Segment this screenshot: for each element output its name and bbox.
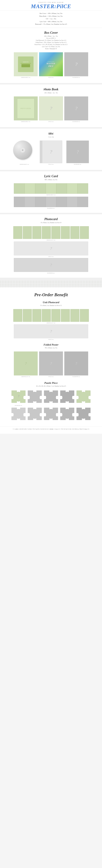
poster-label-3: RANDOM ver. [64,376,88,377]
puzzle-svg-10 [76,407,91,421]
disc-circle [13,141,32,160]
poster-images-row: ? ORDINALLY ver. ? TITLE ver. ? RANDOM v… [0,351,102,377]
question-icon-2: ? [50,105,52,111]
info-row-4: Lyric Card • 600 x 100mm | 1ea | Yes [3,20,99,23]
pc-card-5 [51,226,60,239]
puzzle-svg-8 [43,407,59,421]
divider-4 [0,213,102,214]
pc-strip-label-1: ORDINALLY ver. [13,240,89,241]
svg-text:?: ? [18,395,19,398]
pb-label-2: TITLE ver. [39,121,63,122]
folded-poster-subsection: Folded Poster 790 x 545mm | 1ea | Yes ? … [0,343,102,381]
disc-subtitle: 1 ver. | 1ea [0,136,102,138]
poster-gray-1: ? TITLE ver. [39,351,63,377]
disc-section: 𝔻isc 1 ver. | 1ea ORDINARILY ver. ? TITL… [0,129,102,170]
poster-label-1: ORDINALLY ver. [14,376,38,377]
question-icon-3: ? [75,105,78,111]
lyric-accordion-green-container: ORDINARILY ver. [0,183,102,196]
puzzle-svg-9 [59,407,75,421]
unit-pc-subtitle: 55 x 85mm | 1ea | Random 1ea Out of 12 [0,305,102,307]
puzzle-piece-8 [43,407,59,422]
disc-label-2: TITLE ver. [40,164,62,165]
album-title: MASTER:PilCE [0,3,102,9]
photocard-strip-green-container: ORDINALLY ver. [0,226,102,241]
info-row-1: Box Cover • 430 x 303mm | 1ea | Yes [3,12,99,14]
puzzle-svg-1: ? [11,390,26,404]
disc-title: 𝔻isc [0,132,102,135]
divider-3 [0,170,102,171]
photobook-question: ? TITLE ver. [39,96,63,122]
photobook-title: ℙhoto Book [0,88,102,91]
lyric-card-title: Lyric Card [0,175,102,178]
puzzle-svg-2 [27,390,43,404]
disc-label-3: RANDOM ver. [66,164,89,165]
upc-label-1: ORDINALLY ver. [13,322,89,324]
photocard-section: Photocard 55 x 85mm | 1ea | Random 1ea O… [0,214,102,278]
lyric-card-section: Lyric Card 600 x 100mm | 1ea | Yes ORDIN… [0,171,102,213]
puzzle-piece-6 [11,407,26,422]
pc-card-1 [13,226,22,239]
disc-gray: ? RANDOM ver. [66,141,89,165]
pc-strip-label-2: TITLE ver. [14,256,88,257]
photocard-title: Photocard [0,217,102,221]
upc-card-2 [23,309,32,322]
box-cover-title: Box Cover [0,31,102,35]
cover-img-gray: ? [64,52,88,76]
photobook-green: PHOTO BOOK ORDINARILY ver. [14,96,38,122]
pc-question-icon-1: ? [50,246,52,251]
preorder-section: Pre-Order Benefit Unit Photocard 55 x 85… [0,287,102,426]
puzzle-subtitle: 28 x 232, 202, 40 x 202mm | 1 set | Rand… [0,385,102,387]
upc-card-8 [80,309,89,322]
lyric-label-1: ORDINARILY ver. [14,194,88,196]
poster-q-icon-3: ? [75,361,77,366]
question-mark-icon: ? [75,62,78,67]
lyric-accordion-gray: RANDOM ver. [14,197,88,209]
poster-q-icon-1: ? [25,361,27,366]
album-info: Box Cover • 430 x 303mm | 1ea | Yes Phot… [0,10,102,28]
upc-card-7 [70,309,80,322]
puzzle-svg-7 [27,407,43,421]
pixel-decoration [0,280,102,287]
box-cover-section: Box Cover 430 x 303mm|1ea|Yes Pre-ver (U… [0,28,102,83]
upc-label-2: TITLE ver. [14,339,88,340]
puzzle-piece-4 [59,390,75,406]
photocard-strip-green: ORDINALLY ver. [13,226,89,241]
crayon-box-art: CRAVITY [18,57,34,72]
puzzle-piece-9 [59,407,75,422]
unit-pc-title: Unit Photocard [0,301,102,304]
pc-card-8 [80,226,89,239]
puzzle-subsection: Puzzle Piece 28 x 232, 202, 40 x 202mm |… [0,381,102,425]
divider-1 [0,83,102,85]
header: CRAVITY 5TH MINI ALBUM MASTER:PilCE [0,0,102,10]
pc-question-icon-2: ? [50,263,52,267]
preorder-title: Pre-Order Benefit [0,292,102,298]
disc-label-1: ORDINARILY ver. [13,164,36,165]
puzzle-pieces-row: ? RANDOM ver. [0,390,102,406]
info-row-5: Photocardl • 55 x 85mm | 1ea | Random 1e… [3,23,99,25]
unit-pc-question: ? TITLE ver. [0,324,102,340]
lyric-card-subtitle: 600 x 100mm | 1ea | Yes [0,179,102,181]
unit-photocard-subsection: Unit Photocard 55 x 85mm | 1ea | Random … [0,301,102,343]
cover-img-2-label: TITLE ver. [39,77,63,78]
photocard-question-2: ? RANDOM ver. [0,258,102,274]
upc-card-4 [42,309,51,322]
pc-card-6 [61,226,70,239]
lyric-accordion-gray-container: RANDOM ver. [0,197,102,209]
puzzle-piece-5 [76,390,91,406]
photobook-section: ℙhoto Book 128 x 182mm|1ea|Yes PHOTO BOO… [0,85,102,127]
puzzle-piece-10 [76,407,91,422]
puzzle-piece-3 [43,390,59,406]
photocard-subtitle: 55 x 85mm | 1ea | Random 1ea Out of 9 [0,222,102,224]
upc-question-icon: ? [50,329,52,334]
cover-img-3-label: RANDOM ver. [64,77,88,78]
bottom-note: * 이 상품은 사전 예약 판매 기간에만 구매 가능하며, 재고에 따라 조기… [0,426,102,434]
pb-label-3: RANDOM ver. [64,121,88,122]
puzzle-svg-3 [43,390,59,404]
question-icon-disc: ? [50,149,52,155]
puzzle-label-1: RANDOM ver. [11,405,26,406]
poster-subtitle: 790 x 545mm | 1ea | Yes [0,347,102,349]
photobook-subtitle: 128 x 182mm|1ea|Yes [0,92,102,94]
info-row-2: Photo Book • 128 x 182mm | 1ea | Yes [3,15,99,18]
info-row-3: CD • 1 ea | Yes [3,18,99,20]
cover-image-1: CRAVITY ORDINARILY ver. [14,52,38,78]
